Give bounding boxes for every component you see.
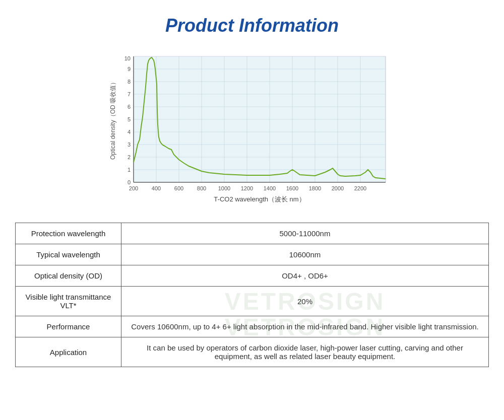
table-row: Protection wavelength5000-11000nm <box>16 223 489 244</box>
table-label-cell: Optical density (OD) <box>16 265 121 287</box>
page-title: Product Information <box>0 0 504 46</box>
svg-text:3: 3 <box>128 142 131 148</box>
chart-svg: 0 1 2 3 4 5 6 7 8 9 10 200 400 600 800 1… <box>108 51 396 207</box>
svg-text:2: 2 <box>128 154 131 160</box>
svg-text:7: 7 <box>128 91 131 97</box>
svg-text:1200: 1200 <box>241 185 253 191</box>
product-table: Protection wavelength5000-11000nmTypical… <box>15 223 489 367</box>
table-label-cell: Visible light transmittance VLT* <box>16 287 121 316</box>
svg-text:4: 4 <box>128 129 131 135</box>
svg-text:2000: 2000 <box>332 185 344 191</box>
svg-text:1800: 1800 <box>309 185 321 191</box>
svg-text:400: 400 <box>152 185 161 191</box>
table-value-text: Covers 10600nm, up to 4+ 6+ light absorp… <box>131 322 479 331</box>
table-row: Optical density (OD)OD4+ , OD6+ <box>16 265 489 287</box>
svg-text:5: 5 <box>128 116 131 122</box>
svg-text:T-CO2 wavelength（波长 nm）: T-CO2 wavelength（波长 nm） <box>214 195 305 203</box>
svg-text:6: 6 <box>128 104 131 110</box>
chart-wrap: 0 1 2 3 4 5 6 7 8 9 10 200 400 600 800 1… <box>108 51 396 207</box>
table-value-cell: VETROSIGNCovers 10600nm, up to 4+ 6+ lig… <box>121 316 489 337</box>
svg-text:1000: 1000 <box>218 185 230 191</box>
svg-text:1400: 1400 <box>264 185 276 191</box>
table-row: ApplicationIt can be used by operators o… <box>16 337 489 367</box>
table-value-cell: 5000-11000nm <box>121 223 489 244</box>
svg-text:1: 1 <box>128 167 131 173</box>
table-row: PerformanceVETROSIGNCovers 10600nm, up t… <box>16 316 489 337</box>
svg-text:1600: 1600 <box>286 185 298 191</box>
table-row: Typical wavelength10600nm <box>16 244 489 265</box>
svg-text:10: 10 <box>124 55 131 61</box>
table-label-cell: Performance <box>16 316 121 337</box>
table-value-cell: VETROSIGN20% <box>121 287 489 316</box>
svg-text:200: 200 <box>129 185 138 191</box>
svg-text:600: 600 <box>174 185 183 191</box>
table-value-text: 20% <box>297 297 312 306</box>
table-value-text: 5000-11000nm <box>280 229 331 238</box>
svg-text:0: 0 <box>128 179 131 185</box>
table-label-cell: Application <box>16 337 121 367</box>
table-row: Visible light transmittance VLT*VETROSIG… <box>16 287 489 316</box>
table-value-cell: 10600nm <box>121 244 489 265</box>
svg-text:9: 9 <box>128 66 131 72</box>
svg-text:2200: 2200 <box>354 185 366 191</box>
chart-container: 0 1 2 3 4 5 6 7 8 9 10 200 400 600 800 1… <box>101 51 403 207</box>
table-value-text: It can be used by operators of carbon di… <box>147 343 463 361</box>
svg-text:Optical density（OD 吸收值）: Optical density（OD 吸收值） <box>109 79 116 160</box>
table-label-cell: Protection wavelength <box>16 223 121 244</box>
svg-text:8: 8 <box>128 79 131 85</box>
table-label-cell: Typical wavelength <box>16 244 121 265</box>
table-value-text: 10600nm <box>289 250 321 259</box>
table-value-text: OD4+ , OD6+ <box>282 271 328 280</box>
svg-text:800: 800 <box>197 185 206 191</box>
table-value-cell: OD4+ , OD6+ <box>121 265 489 287</box>
table-value-cell: It can be used by operators of carbon di… <box>121 337 489 367</box>
